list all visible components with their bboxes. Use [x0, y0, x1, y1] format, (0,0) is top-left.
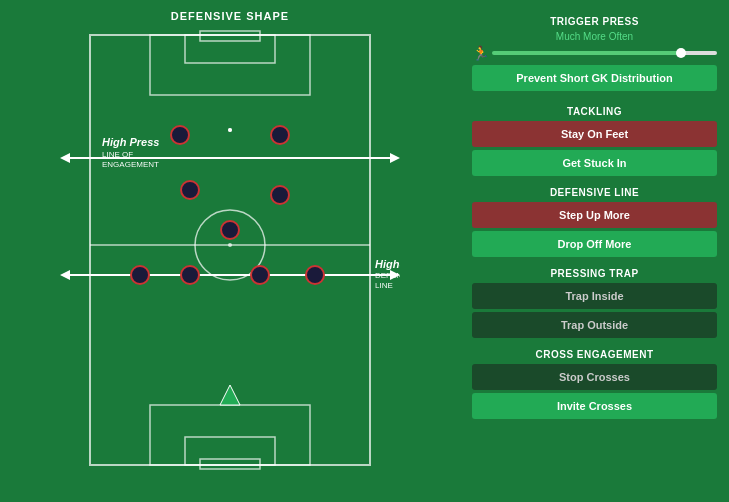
svg-point-3	[228, 243, 232, 247]
slider-track	[492, 51, 717, 55]
trigger-press-section: TRIGGER PRESS Much More Often 🏃 Prevent …	[472, 10, 717, 94]
trap-inside-btn[interactable]: Trap Inside	[472, 283, 717, 309]
svg-point-19	[228, 128, 232, 132]
svg-marker-27	[220, 385, 240, 405]
get-stuck-in-btn[interactable]: Get Stuck In	[472, 150, 717, 176]
svg-point-25	[251, 266, 269, 284]
stay-on-feet-btn[interactable]: Stay On Feet	[472, 121, 717, 147]
trap-outside-btn[interactable]: Trap Outside	[472, 312, 717, 338]
trigger-press-slider[interactable]: 🏃	[472, 45, 717, 61]
svg-rect-7	[150, 405, 310, 465]
svg-text:Higher: Higher	[375, 258, 400, 270]
svg-marker-11	[60, 153, 70, 163]
football-pitch: High Press LINE OF ENGAGEMENT Higher DEF…	[60, 30, 400, 470]
svg-point-26	[306, 266, 324, 284]
svg-text:LINE: LINE	[375, 281, 393, 290]
trigger-press-value: Much More Often	[472, 31, 717, 42]
svg-point-18	[271, 126, 289, 144]
cross-engagement-section: CROSS ENGAGEMENT Stop Crosses Invite Cro…	[472, 343, 717, 422]
svg-rect-4	[150, 35, 310, 95]
svg-rect-5	[185, 35, 275, 63]
pitch-container: High Press LINE OF ENGAGEMENT Higher DEF…	[60, 30, 400, 470]
stop-crosses-btn[interactable]: Stop Crosses	[472, 364, 717, 390]
svg-point-16	[171, 126, 189, 144]
svg-point-21	[271, 186, 289, 204]
pressing-trap-title: PRESSING TRAP	[472, 268, 717, 279]
pressing-trap-section: PRESSING TRAP Trap Inside Trap Outside	[472, 262, 717, 341]
left-panel: DEFENSIVE SHAPE	[0, 0, 460, 502]
svg-text:DEFENSIVE: DEFENSIVE	[375, 271, 400, 280]
cross-engagement-title: CROSS ENGAGEMENT	[472, 349, 717, 360]
trigger-press-title: TRIGGER PRESS	[472, 16, 717, 27]
pitch-section-title: DEFENSIVE SHAPE	[171, 10, 289, 22]
tackling-title: TACKLING	[472, 106, 717, 117]
drop-off-more-btn[interactable]: Drop Off More	[472, 231, 717, 257]
invite-crosses-btn[interactable]: Invite Crosses	[472, 393, 717, 419]
runner-icon: 🏃	[472, 45, 489, 61]
svg-text:ENGAGEMENT: ENGAGEMENT	[102, 160, 159, 169]
svg-text:LINE OF: LINE OF	[102, 150, 133, 159]
svg-marker-14	[60, 270, 70, 280]
svg-rect-8	[185, 437, 275, 465]
slider-thumb	[676, 48, 686, 58]
prevent-short-gk-btn[interactable]: Prevent Short GK Distribution	[472, 65, 717, 91]
tackling-section: TACKLING Stay On Feet Get Stuck In	[472, 100, 717, 179]
defensive-line-title: DEFENSIVE LINE	[472, 187, 717, 198]
svg-point-20	[181, 181, 199, 199]
step-up-more-btn[interactable]: Step Up More	[472, 202, 717, 228]
svg-point-23	[131, 266, 149, 284]
svg-marker-12	[390, 153, 400, 163]
svg-point-22	[221, 221, 239, 239]
defensive-line-section: DEFENSIVE LINE Step Up More Drop Off Mor…	[472, 181, 717, 260]
right-panel: TRIGGER PRESS Much More Often 🏃 Prevent …	[460, 0, 729, 502]
svg-text:High Press: High Press	[102, 136, 159, 148]
svg-point-24	[181, 266, 199, 284]
